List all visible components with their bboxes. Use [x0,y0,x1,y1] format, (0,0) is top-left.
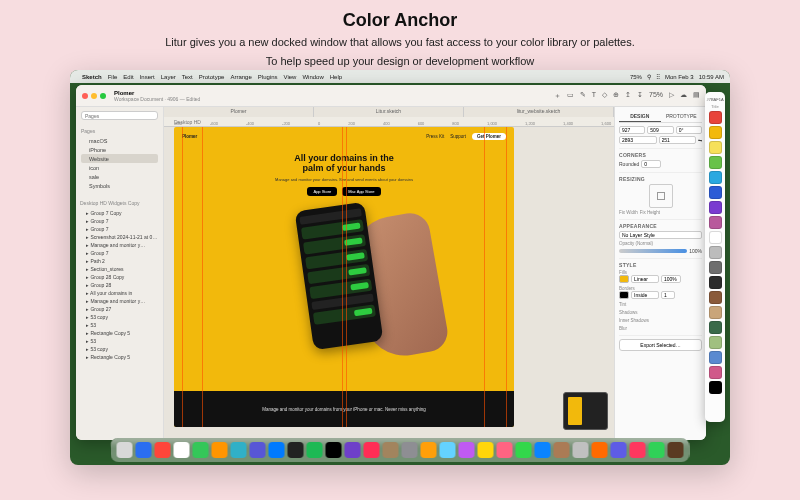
litur-color-swatch[interactable] [709,126,722,139]
fill-opacity-input[interactable] [661,275,681,283]
flip-h-icon[interactable]: ⇋ [698,137,702,143]
layer-item[interactable]: ▸ Rectangle Copy 5 [80,353,159,361]
insp-w-input[interactable] [619,136,657,144]
page-item[interactable]: Symbols [81,181,158,190]
zoom-value[interactable]: 75% [649,91,663,101]
artboard[interactable]: Plomer Press Kit Support Get Plomer All … [174,127,514,427]
dock-app-icon[interactable] [383,442,399,458]
menubar-app[interactable]: Sketch [82,74,102,80]
litur-color-swatch[interactable] [709,216,722,229]
insp-x-input[interactable] [619,126,645,134]
window-minimize-button[interactable] [91,93,97,99]
tool-pen-icon[interactable]: ✎ [580,91,586,101]
dock-app-icon[interactable] [649,442,665,458]
layer-item[interactable]: ▸ Group 28 [80,281,159,289]
litur-color-swatch[interactable] [709,186,722,199]
tool-cloud-icon[interactable]: ☁︎ [680,91,687,101]
menu-text[interactable]: Text [182,74,193,80]
page-item[interactable]: macOS [81,136,158,145]
appstore-badge[interactable]: App Store [307,187,337,196]
litur-color-anchor-panel[interactable]: #7BAF1A Title [705,92,725,422]
litur-color-swatch[interactable] [709,246,722,259]
dock-app-icon[interactable] [193,442,209,458]
layer-item[interactable]: ▸ Group 7 [80,249,159,257]
layer-item[interactable]: ▸ 53 copy [80,345,159,353]
litur-color-swatch[interactable] [709,156,722,169]
layer-item[interactable]: ▸ Group 28 Copy [80,273,159,281]
window-close-button[interactable] [82,93,88,99]
litur-color-swatch[interactable] [709,276,722,289]
inspector-tab-design[interactable]: DESIGN [619,111,661,122]
tool-shape-icon[interactable]: ▭ [567,91,574,101]
layer-item[interactable]: ▸ Group 27 [80,305,159,313]
menu-insert[interactable]: Insert [140,74,155,80]
layer-item[interactable]: ▸ Rectangle Copy 5 [80,329,159,337]
fill-swatch[interactable] [619,275,629,283]
dock-app-icon[interactable] [421,442,437,458]
layer-item[interactable]: ▸ 53 [80,321,159,329]
tool-text-icon[interactable]: T [592,91,596,101]
dock-app-icon[interactable] [174,442,190,458]
inspector-tab-prototype[interactable]: PROTOTYPE [661,111,703,122]
doc-tab[interactable]: litur_website.sketch [464,107,614,117]
dock-app-icon[interactable] [611,442,627,458]
tool-inspector-icon[interactable]: ▤ [693,91,700,101]
litur-color-swatch[interactable] [709,321,722,334]
litur-color-swatch[interactable] [709,111,722,124]
dock-app-icon[interactable] [250,442,266,458]
menu-prototype[interactable]: Prototype [199,74,225,80]
dock-app-icon[interactable] [402,442,418,458]
nav-link[interactable]: Support [450,134,466,139]
dock-app-icon[interactable] [345,442,361,458]
sketch-canvas[interactable]: Plomer Litur.sketch litur_website.sketch… [164,107,614,440]
export-selected-button[interactable]: Export Selected… [619,339,702,351]
tool-symbol-icon[interactable]: ◇ [602,91,607,101]
dock-app-icon[interactable] [459,442,475,458]
dock-app-icon[interactable] [535,442,551,458]
border-pos-select[interactable] [631,291,659,299]
litur-color-swatch[interactable] [709,171,722,184]
dock-app-icon[interactable] [307,442,323,458]
macappstore-badge[interactable]: Mac App Store [342,187,380,196]
fill-type-select[interactable] [631,275,659,283]
layer-item[interactable]: ▸ Path 2 [80,257,159,265]
layer-item[interactable]: ▸ Manage and monitor y… [80,297,159,305]
menu-plugins[interactable]: Plugins [258,74,278,80]
page-item[interactable]: Website [81,154,158,163]
layer-item[interactable]: ▸ Screenshot 2024-11-21 at 0… [80,233,159,241]
doc-tab[interactable]: Plomer [164,107,314,117]
layer-item[interactable]: ▸ 53 [80,337,159,345]
menu-file[interactable]: File [108,74,118,80]
dock-app-icon[interactable] [497,442,513,458]
litur-color-swatch[interactable] [709,381,722,394]
dock-app-icon[interactable] [136,442,152,458]
page-item[interactable]: iPhone [81,145,158,154]
doc-tab[interactable]: Litur.sketch [314,107,464,117]
layer-item[interactable]: ▸ Section_stores [80,265,159,273]
dock-app-icon[interactable] [155,442,171,458]
dock-app-icon[interactable] [117,442,133,458]
dock-app-icon[interactable] [554,442,570,458]
layer-item[interactable]: ▸ Group 7 [80,217,159,225]
layer-item[interactable]: ▸ Group 7 Copy [80,209,159,217]
litur-color-swatch[interactable] [709,291,722,304]
dock-app-icon[interactable] [231,442,247,458]
canvas-minimap[interactable] [563,392,608,430]
wifi-icon[interactable]: ⚲ [647,73,651,80]
litur-color-swatch[interactable] [709,306,722,319]
menu-window[interactable]: Window [302,74,323,80]
litur-color-swatch[interactable] [709,231,722,244]
artboard-header[interactable]: Desktop HD Widgets Copy [80,200,159,206]
dock-app-icon[interactable] [326,442,342,458]
insp-h-input[interactable] [659,136,697,144]
dock-app-icon[interactable] [288,442,304,458]
border-width-input[interactable] [661,291,675,299]
dock-app-icon[interactable] [440,442,456,458]
insp-rot-input[interactable] [676,126,702,134]
litur-color-swatch[interactable] [709,261,722,274]
dock-app-icon[interactable] [573,442,589,458]
insp-corner-input[interactable] [641,160,661,168]
nav-link[interactable]: Press Kit [426,134,444,139]
menu-edit[interactable]: Edit [123,74,133,80]
dock-app-icon[interactable] [630,442,646,458]
